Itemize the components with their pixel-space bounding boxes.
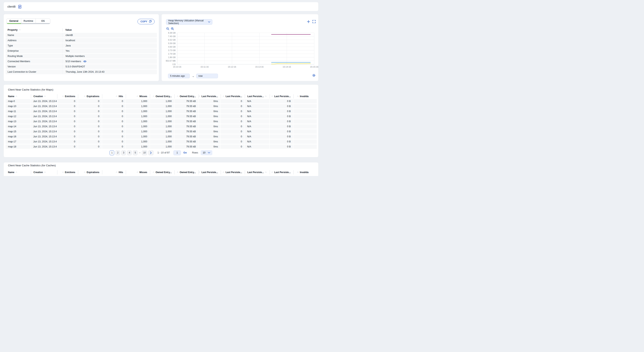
chevron-up-icon [265,96,266,97]
svg-text:15:12:16: 15:12:16 [228,66,236,68]
cell-invalida [294,145,317,149]
cell-last-persiste: 0 [221,134,244,139]
column-header-name[interactable]: Name [6,94,30,98]
property-name: Connected Members [6,60,62,63]
column-header-hits[interactable]: Hits [102,94,126,98]
column-header-owned-entry[interactable]: Owned Entry... [150,94,174,98]
column-label: Expirations [87,95,99,98]
gear-icon[interactable] [312,74,316,78]
column-header-owned-entry[interactable]: Owned Entry... [174,170,198,174]
cell-invalida [294,99,317,103]
property-name: Address [6,39,62,42]
column-header-invalida[interactable]: Invalida [294,170,317,174]
time-to-input[interactable] [196,74,218,78]
cell-owned-entry: 1,000 [150,119,174,124]
column-header-last-persiste[interactable]: Last Persiste... [198,94,220,98]
column-label: Owned Entry... [180,95,196,98]
column-header-last-persiste[interactable]: Last Persiste... [245,94,269,98]
column-header-invalida[interactable]: Invalida [294,94,317,98]
plus-icon[interactable] [307,20,310,23]
column-header-last-persiste[interactable]: Last Persiste... [245,170,269,174]
column-header-evictions[interactable]: Evictions [57,170,78,174]
column-header-name[interactable]: Name [6,170,30,174]
metric-selector-dropdown[interactable]: Heap Memory Utilization (Manual Selectio… [166,19,212,25]
cell-hits: 0 [102,109,126,113]
column-header-creation[interactable]: Creation [31,170,57,174]
cell-expirations: 0 [78,124,102,129]
rows-per-page-dropdown[interactable]: 10 [201,150,212,155]
column-header-hits[interactable]: Hits [102,170,126,174]
cell-invalida [294,114,317,118]
cell-last-persiste: 0ms [198,139,220,144]
column-label: Last Persiste... [247,95,264,98]
cell-expirations: 0 [78,109,102,113]
column-header-last-persiste[interactable]: Last Persiste... [270,94,293,98]
cell-last-persiste: 0ms [198,104,220,108]
cell-misses: 1,000 [126,114,150,118]
cell-last-persiste: 0 B [270,145,293,149]
page-button-3[interactable]: 3 [121,150,126,155]
property-header-label: Property [8,28,18,31]
column-header-last-persiste[interactable]: Last Persiste... [221,170,244,174]
cell-hits: 0 [102,134,126,139]
page-button-last[interactable]: 10 [142,150,147,155]
column-header-owned-entry[interactable]: Owned Entry... [174,94,198,98]
page-button-2[interactable]: 2 [116,150,120,155]
cell-name: map-10 [6,104,30,108]
cell-creation: Jun 13, 2024, 15:13:44 [31,109,57,113]
rows-per-page-value: 10 [203,151,206,154]
page-button-5[interactable]: 5 [133,150,138,155]
column-header-misses[interactable]: Misses [126,94,150,98]
svg-text:15:15:16: 15:15:16 [310,66,318,68]
tab-general[interactable]: General [6,19,21,24]
column-header-last-persiste[interactable]: Last Persiste... [221,94,244,98]
chevron-up-icon [272,96,273,97]
cell-creation: Jun 13, 2024, 15:13:45 [31,145,57,149]
cell-owned-entry: 1,000 [150,109,174,113]
eye-icon[interactable] [83,60,86,62]
page-number-input[interactable] [174,150,181,155]
fullscreen-icon[interactable] [312,20,316,23]
property-value: clientB [62,33,73,37]
property-row-last-connection-to-cluster: Last Connection to ClusterThursday, June… [6,69,157,74]
column-header-last-persiste[interactable]: Last Persiste... [270,170,293,174]
heap-memory-chart: 0 B953.67 MB1.86 GB2.79 GB3.73 GB4.66 GB… [162,31,319,71]
file-text-icon[interactable] [18,5,22,8]
cell-name: map-12 [6,114,30,118]
column-header-owned-entry[interactable]: Owned Entry... [150,170,174,174]
column-header-evictions[interactable]: Evictions [57,94,78,98]
cell-creation: Jun 13, 2024, 15:13:45 [31,119,57,124]
column-header-creation[interactable]: Creation [31,94,57,98]
column-header-misses[interactable]: Misses [126,170,150,174]
column-header-property[interactable]: Property [6,28,62,31]
property-row-name: NameclientB [6,33,157,37]
cell-evictions: 0 [57,145,78,149]
chevron-up-icon [272,172,273,173]
column-header-expirations[interactable]: Expirations [78,170,102,174]
table-row: map-12Jun 13, 2024, 15:13:450001,0001,00… [6,114,317,118]
zoom-out-icon[interactable] [166,27,169,30]
cell-hits: 0 [102,129,126,134]
go-button[interactable]: Go [183,151,187,154]
cell-last-persiste: N/A [245,139,269,144]
column-header-last-persiste[interactable]: Last Persiste... [198,170,220,174]
cell-invalida [294,109,317,113]
time-from-input[interactable] [168,74,190,78]
arrow-right-icon: → [192,74,194,78]
cell-evictions: 0 [57,99,78,103]
cell-expirations: 0 [78,145,102,149]
property-value: Java [62,43,70,48]
next-page-button[interactable] [148,150,154,155]
page-button-1[interactable]: 1 [110,150,114,155]
metric-selector-value: Heap Memory Utilization (Manual Selectio… [168,19,208,25]
tab-runtime[interactable]: Runtime [21,19,36,24]
tab-os[interactable]: OS [36,19,50,24]
cell-last-persiste: 0ms [198,145,220,149]
cell-creation: Jun 13, 2024, 15:13:45 [31,114,57,118]
zoom-in-icon[interactable] [171,27,174,30]
copy-button[interactable]: COPY [138,19,154,24]
cell-last-persiste: N/A [245,114,269,118]
cell-last-persiste: N/A [245,119,269,124]
page-button-4[interactable]: 4 [127,150,132,155]
column-header-expirations[interactable]: Expirations [78,94,102,98]
